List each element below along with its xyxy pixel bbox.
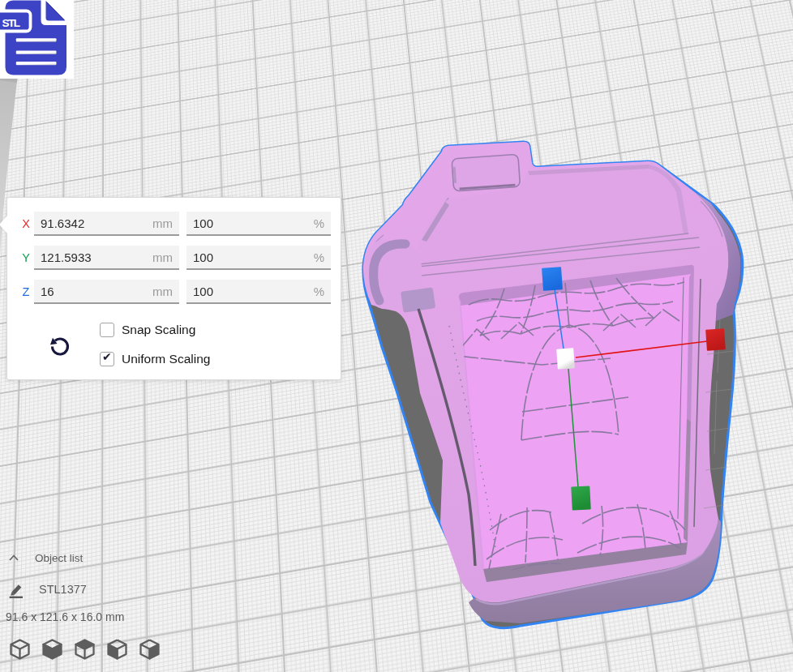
scale-y-mm-input[interactable] xyxy=(34,250,138,264)
scale-y-mm-field[interactable]: mm xyxy=(34,246,179,270)
object-list-toggle[interactable]: Object list xyxy=(8,552,83,563)
tab-engraving xyxy=(452,154,521,191)
view-front-icon xyxy=(41,639,63,660)
uniform-scaling-label: Uniform Scaling xyxy=(122,352,210,366)
axis-z-label: Z xyxy=(19,285,32,298)
scale-z-percent-unit: % xyxy=(314,285,324,298)
stl-logo-text: STL xyxy=(2,17,21,29)
stl-file-icon: STL xyxy=(0,0,74,79)
uniform-scaling-row: Uniform Scaling xyxy=(100,351,210,367)
stl-logo: STL xyxy=(0,0,74,79)
object-name-row[interactable]: STL1377 xyxy=(8,581,87,597)
axis-y-label: Y xyxy=(19,251,32,264)
view-top-icon xyxy=(74,639,96,660)
scale-z-percent-field[interactable]: % xyxy=(186,280,331,304)
reset-rotate-ccw-icon xyxy=(48,333,72,357)
gizmo-x-handle[interactable] xyxy=(705,328,726,351)
scale-x-mm-field[interactable]: mm xyxy=(34,212,179,236)
scale-x-percent-input[interactable] xyxy=(186,216,290,230)
gizmo-center-handle[interactable] xyxy=(556,348,575,369)
gizmo-y-handle[interactable] xyxy=(571,486,590,510)
scale-x-percent-field[interactable]: % xyxy=(186,212,331,236)
scale-row-y: Y mm % xyxy=(34,245,331,271)
model-dimensions-label: 91.6 x 121.6 x 16.0 mm xyxy=(6,610,124,623)
chevron-up-icon xyxy=(9,554,19,561)
scale-z-mm-field[interactable]: mm xyxy=(34,280,179,304)
snap-scaling-label: Snap Scaling xyxy=(122,323,195,337)
reset-scale-button[interactable] xyxy=(48,333,72,357)
view-right-icon xyxy=(139,639,161,660)
scale-x-mm-unit: mm xyxy=(152,216,173,230)
view-left-button[interactable] xyxy=(105,639,128,661)
camera-view-toolbar xyxy=(8,639,161,661)
snap-scaling-row: Snap Scaling xyxy=(100,322,195,338)
view-3d-button[interactable] xyxy=(8,639,31,661)
axis-x-label: X xyxy=(19,217,32,230)
panel-caret xyxy=(0,216,7,233)
view-top-button[interactable] xyxy=(73,639,96,661)
view-right-button[interactable] xyxy=(138,639,161,661)
object-list-label: Object list xyxy=(35,552,83,564)
scale-z-mm-unit: mm xyxy=(152,285,173,298)
model-cavity xyxy=(459,265,694,582)
edit-pencil-icon xyxy=(8,582,24,598)
viewport-3d[interactable]: STL X mm % Y mm xyxy=(0,0,793,672)
gizmo-z-handle[interactable] xyxy=(542,267,563,291)
scale-row-z: Z mm % xyxy=(34,279,331,305)
scale-y-percent-field[interactable]: % xyxy=(186,246,331,270)
scale-tool-panel: X mm % Y mm % Z mm xyxy=(6,197,341,380)
scale-z-mm-input[interactable] xyxy=(34,285,138,298)
view-3d-icon xyxy=(9,639,31,660)
view-left-icon xyxy=(106,639,128,660)
snap-scaling-checkbox[interactable] xyxy=(100,323,114,337)
scale-z-percent-input[interactable] xyxy=(186,285,290,298)
scale-y-percent-input[interactable] xyxy=(186,250,290,264)
view-front-button[interactable] xyxy=(41,639,63,661)
scale-x-percent-unit: % xyxy=(314,216,324,230)
scale-row-x: X mm % xyxy=(34,211,331,237)
scale-x-mm-input[interactable] xyxy=(34,216,138,230)
uniform-scaling-checkbox[interactable] xyxy=(100,352,114,366)
object-name-label: STL1377 xyxy=(39,583,87,596)
scale-y-percent-unit: % xyxy=(314,250,324,264)
scale-y-mm-unit: mm xyxy=(152,250,173,264)
